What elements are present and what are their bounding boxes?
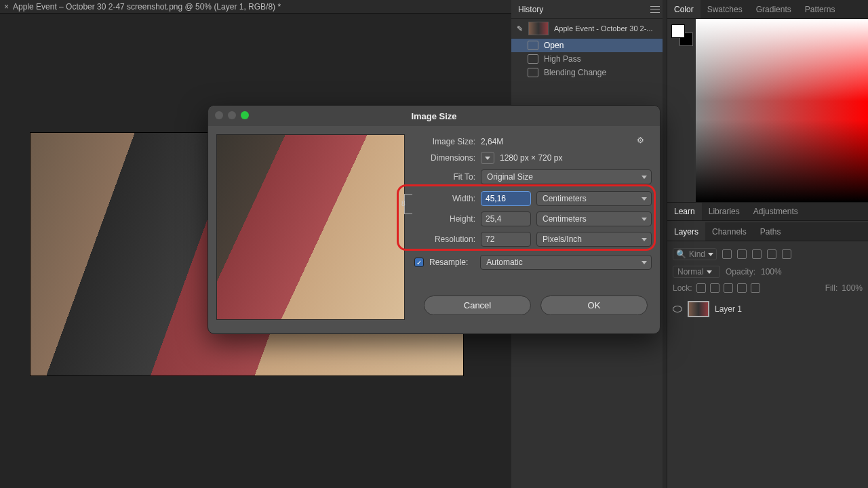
fit-to-label: Fit To: (414, 172, 475, 182)
filter-pixel-icon[interactable] (722, 249, 732, 259)
ok-button[interactable]: OK (540, 296, 648, 315)
tab-gradients[interactable]: Gradients (749, 0, 798, 18)
layer-filter-kind[interactable]: 🔍 Kind (673, 248, 717, 260)
chevron-down-icon (708, 253, 713, 256)
search-icon: 🔍 (676, 249, 686, 259)
filter-smart-icon[interactable] (782, 249, 791, 259)
tab-patterns[interactable]: Patterns (798, 0, 842, 18)
fit-to-select[interactable]: Original Size (481, 169, 652, 184)
panel-menu-icon[interactable] (650, 6, 660, 13)
dialog-titlebar[interactable]: Image Size (208, 106, 660, 126)
resample-label: Resample: (429, 258, 468, 267)
dialog-preview-image (216, 134, 405, 320)
resolution-input[interactable] (481, 232, 531, 247)
color-picker-field[interactable] (696, 19, 868, 202)
opacity-label: Opacity: (726, 267, 755, 277)
layer-thumbnail[interactable] (688, 301, 709, 317)
resample-checkbox[interactable]: ✓ (414, 258, 424, 267)
history-step-label: High Pass (544, 54, 581, 64)
history-item-blending[interactable]: Blending Change (511, 66, 667, 79)
width-label: Width: (414, 194, 475, 203)
layer-row[interactable]: Layer 1 (673, 298, 863, 320)
fill-label: Fill: (825, 283, 838, 293)
history-step-icon (528, 54, 538, 64)
tab-adjustments[interactable]: Adjustments (747, 203, 805, 220)
tab-swatches[interactable]: Swatches (701, 0, 749, 18)
blend-mode-select[interactable]: Normal (673, 266, 720, 278)
tab-learn[interactable]: Learn (667, 203, 702, 220)
filter-shape-icon[interactable] (767, 249, 776, 259)
image-size-dialog: Image Size ⚙ Image Size: 2,64M Dimension… (208, 105, 660, 334)
resolution-label: Resolution: (414, 235, 475, 244)
link-constrain-icon[interactable] (404, 194, 412, 214)
image-size-label: Image Size: (414, 137, 475, 146)
resolution-unit-select[interactable]: Pixels/Inch (536, 232, 652, 247)
history-item-open[interactable]: Open (511, 39, 667, 52)
close-icon[interactable] (215, 111, 223, 119)
image-size-value: 2,64M (481, 137, 503, 146)
opacity-value[interactable]: 100% (761, 267, 782, 277)
lock-all-icon[interactable] (751, 283, 760, 293)
gear-icon[interactable]: ⚙ (637, 136, 648, 146)
dimensions-value: 1280 px × 720 px (500, 153, 562, 163)
tab-color[interactable]: Color (667, 0, 701, 18)
height-label: Height: (414, 214, 475, 224)
width-unit-select[interactable]: Centimeters (536, 191, 652, 206)
history-doc-thumb (528, 22, 549, 35)
dimensions-label: Dimensions: (414, 153, 475, 163)
dialog-title: Image Size (411, 111, 456, 121)
cancel-button[interactable]: Cancel (424, 296, 531, 315)
history-step-label: Blending Change (544, 68, 606, 77)
tab-channels[interactable]: Channels (705, 222, 753, 241)
width-input[interactable] (481, 191, 531, 206)
document-title[interactable]: Apple Event – October 30 2-47 screenshot… (13, 2, 281, 12)
lock-label: Lock: (673, 283, 692, 293)
lock-artboard-icon[interactable] (737, 283, 747, 293)
tab-paths[interactable]: Paths (753, 222, 788, 241)
right-panel-group: Color Swatches Gradients Patterns Learn … (667, 0, 868, 488)
history-step-icon (528, 41, 538, 50)
maximize-icon[interactable] (241, 111, 249, 119)
brush-icon: ✎ (517, 24, 523, 33)
fg-bg-swatch[interactable] (671, 24, 693, 46)
dimensions-unit-toggle[interactable] (481, 152, 494, 164)
lock-transparency-icon[interactable] (696, 283, 706, 293)
visibility-eye-icon[interactable] (673, 306, 682, 312)
history-step-icon (528, 68, 538, 77)
height-unit-select[interactable]: Centimeters (536, 211, 652, 226)
history-tab[interactable]: History (518, 5, 543, 14)
history-doc-name: Apple Event - October 30 2-... (554, 24, 653, 33)
foreground-color-swatch[interactable] (671, 24, 685, 38)
minimize-icon[interactable] (228, 111, 236, 119)
history-item-highpass[interactable]: High Pass (511, 52, 667, 66)
height-input[interactable] (481, 211, 531, 226)
tab-close-icon[interactable]: × (4, 2, 9, 12)
lock-position-icon[interactable] (724, 283, 733, 293)
fill-value[interactable]: 100% (842, 283, 863, 293)
history-document-row[interactable]: ✎ Apple Event - October 30 2-... (511, 19, 667, 39)
chevron-down-icon (707, 270, 712, 274)
resample-select[interactable]: Automatic (480, 255, 652, 270)
filter-adjustment-icon[interactable] (737, 249, 747, 259)
tab-layers[interactable]: Layers (667, 222, 705, 241)
layer-name[interactable]: Layer 1 (715, 304, 742, 314)
history-step-label: Open (544, 41, 564, 50)
scrollbar[interactable] (663, 0, 667, 488)
filter-type-icon[interactable] (752, 249, 762, 259)
tab-libraries[interactable]: Libraries (702, 203, 747, 220)
lock-pixels-icon[interactable] (710, 283, 719, 293)
